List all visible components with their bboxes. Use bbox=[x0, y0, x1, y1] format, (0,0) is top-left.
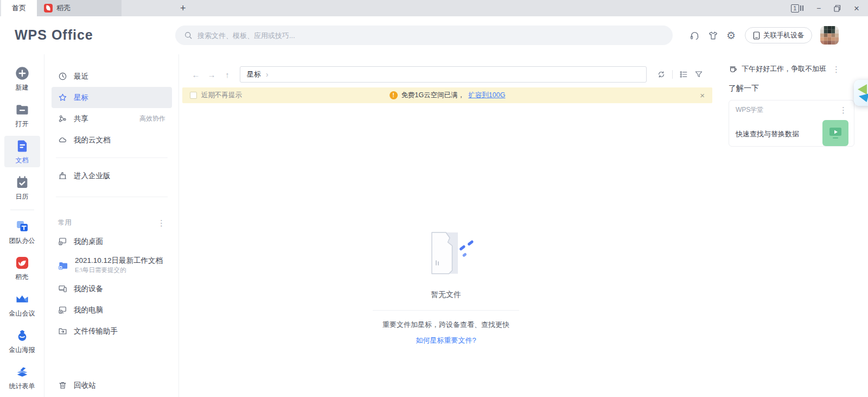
banner-message: 免费1G云空间已满， bbox=[401, 91, 465, 100]
rail-item-team[interactable]: 团队办公 bbox=[4, 216, 40, 248]
enterprise-icon bbox=[58, 171, 67, 180]
how-to-star-link[interactable]: 如何星标重要文件? bbox=[416, 336, 476, 345]
rail-item-meeting[interactable]: 金山会议 bbox=[4, 289, 40, 320]
banner-message-group: ! 免费1G云空间已满， 扩容到100G bbox=[390, 91, 506, 100]
rail-label: 金山海报 bbox=[9, 345, 35, 355]
folder-icon bbox=[15, 102, 30, 117]
greeting-row: 下午好好工作，争取不加班 ⋮ bbox=[729, 64, 840, 74]
meeting-icon bbox=[15, 292, 30, 307]
common-section-menu-button[interactable]: ⋮ bbox=[157, 219, 165, 227]
breadcrumb[interactable]: 星标 › bbox=[240, 66, 647, 83]
filter-button[interactable] bbox=[694, 70, 703, 79]
rail-label: 金山会议 bbox=[9, 309, 35, 318]
nav-item-my-desktop[interactable]: 我的桌面 bbox=[52, 231, 172, 252]
card-menu-button[interactable]: ⋮ bbox=[839, 106, 847, 114]
nav-item-my-devices[interactable]: 我的设备 bbox=[52, 278, 172, 299]
up-button[interactable]: ↑ bbox=[223, 70, 232, 79]
settings-button[interactable]: ⚙ bbox=[726, 30, 736, 41]
play-video-icon bbox=[828, 127, 843, 140]
avatar-image bbox=[820, 26, 839, 45]
history-arrows: ← → ↑ bbox=[192, 70, 232, 79]
chevron-right-icon: › bbox=[266, 70, 269, 79]
nav-item-work-folder[interactable]: 2021.10.12日最新工作文档 E:\每日需要提交的 bbox=[52, 252, 172, 278]
card-item-label: 快速查找与替换数据 bbox=[736, 129, 799, 139]
forms-icon bbox=[15, 364, 30, 380]
rail-item-open[interactable]: 打开 bbox=[4, 99, 40, 131]
empty-divider bbox=[373, 310, 519, 311]
document-icon bbox=[15, 138, 30, 154]
nav-item-recycle-bin[interactable]: 回收站 bbox=[52, 375, 172, 396]
rail-item-docer[interactable]: 稻壳 bbox=[4, 253, 40, 284]
team-office-icon bbox=[15, 219, 30, 234]
dismiss-checkbox[interactable] bbox=[190, 92, 197, 99]
rail-item-forms[interactable]: 统计表单 bbox=[4, 362, 40, 393]
close-window-button[interactable]: × bbox=[854, 4, 859, 13]
rail-divider bbox=[10, 210, 34, 210]
nav-item-file-transfer[interactable]: 文件传输助手 bbox=[52, 320, 172, 342]
nav-item-starred[interactable]: 星标 bbox=[52, 87, 172, 108]
nav-item-recent[interactable]: 最近 bbox=[52, 66, 172, 87]
rail-item-docs[interactable]: 文档 bbox=[4, 136, 40, 167]
cloud-icon bbox=[58, 135, 67, 144]
nav-item-cloud-docs[interactable]: 我的云文档 bbox=[52, 129, 172, 150]
docer-icon bbox=[44, 4, 53, 12]
empty-title: 暂无文件 bbox=[431, 290, 461, 300]
search-bar[interactable] bbox=[175, 26, 673, 45]
rail-item-poster[interactable]: 金山海报 bbox=[4, 325, 40, 357]
toolbar-separator bbox=[672, 70, 673, 79]
refresh-button[interactable] bbox=[657, 70, 666, 79]
forward-button[interactable]: → bbox=[207, 70, 216, 79]
star-icon bbox=[58, 93, 67, 102]
minimize-button[interactable]: − bbox=[816, 4, 821, 12]
gear-icon: ⚙ bbox=[726, 30, 736, 41]
cloud-storage-banner: 近期不再提示 ! 免费1G云空间已满， 扩容到100G × bbox=[182, 87, 712, 103]
search-icon bbox=[184, 31, 193, 40]
skin-button[interactable] bbox=[708, 30, 718, 41]
nav-divider bbox=[56, 197, 168, 197]
nav-item-my-computer[interactable]: 我的电脑 bbox=[52, 299, 172, 320]
app-header: WPS Office ⚙ 关联手机设备 bbox=[0, 16, 868, 54]
app-rail: 新建 打开 文档 日历 团队办公 稻壳 金山会议 金山海报 bbox=[0, 54, 44, 397]
nav-label: 最近 bbox=[74, 72, 88, 81]
nav-item-shared[interactable]: 共享 高效协作 bbox=[52, 108, 172, 129]
rail-label: 团队办公 bbox=[9, 236, 35, 245]
link-phone-button[interactable]: 关联手机设备 bbox=[745, 27, 812, 43]
support-button[interactable] bbox=[690, 30, 700, 41]
shared-badge: 高效协作 bbox=[139, 114, 165, 123]
tab-list-button[interactable]: 1 bbox=[791, 4, 803, 12]
greeting-menu-button[interactable]: ⋮ bbox=[832, 65, 840, 73]
rail-label: 打开 bbox=[16, 119, 29, 129]
search-input[interactable] bbox=[197, 31, 664, 40]
banner-close-button[interactable]: × bbox=[700, 91, 705, 99]
new-tab-button[interactable]: + bbox=[176, 2, 190, 14]
breadcrumb-label: 星标 bbox=[247, 70, 261, 79]
right-panel: 下午好好工作，争取不加班 ⋮ 了解一下 WPS学堂 ⋮ 快速查找与替换数据 bbox=[722, 54, 868, 397]
wps-academy-card[interactable]: WPS学堂 ⋮ 快速查找与替换数据 bbox=[729, 100, 854, 147]
trash-icon bbox=[58, 381, 67, 390]
upgrade-storage-link[interactable]: 扩容到100G bbox=[468, 91, 505, 100]
maximize-button[interactable] bbox=[834, 5, 841, 12]
common-section-label: 常用 bbox=[58, 218, 72, 228]
dismiss-group: 近期不再提示 bbox=[190, 91, 242, 100]
coffee-icon bbox=[729, 65, 737, 73]
floating-app-widget[interactable] bbox=[854, 80, 868, 106]
user-avatar[interactable] bbox=[820, 26, 839, 45]
list-view-button[interactable] bbox=[679, 70, 688, 79]
rail-label: 日历 bbox=[16, 192, 29, 201]
rail-item-new[interactable]: 新建 bbox=[4, 63, 40, 94]
file-toolbar: ← → ↑ 星标 › bbox=[180, 66, 712, 83]
learn-section-title: 了解一下 bbox=[729, 84, 759, 93]
rail-item-calendar[interactable]: 日历 bbox=[4, 172, 40, 204]
tab-home[interactable]: 首页 bbox=[1, 0, 37, 16]
desktop-shortcut-icon bbox=[58, 237, 67, 246]
tab-docer-label: 稻壳 bbox=[56, 3, 71, 13]
video-thumbnail[interactable] bbox=[822, 120, 848, 146]
main-content: ← → ↑ 星标 › 近期不再提示 ! 免费1G云空间已满， bbox=[180, 54, 712, 397]
nav-label: 我的桌面 bbox=[74, 237, 103, 247]
back-button[interactable]: ← bbox=[192, 70, 200, 79]
nav-item-enterprise[interactable]: 进入企业版 bbox=[52, 165, 172, 186]
rail-label: 新建 bbox=[16, 83, 29, 92]
tab-docer[interactable]: 稻壳 bbox=[37, 0, 122, 16]
empty-state: 暂无文件 重要文件加星标，跨设备查看、查找更快 如何星标重要文件? bbox=[373, 230, 519, 345]
documents-nav: 最近 星标 共享 高效协作 我的云文档 进入企业版 常用 ⋮ 我的桌面 bbox=[45, 54, 179, 397]
